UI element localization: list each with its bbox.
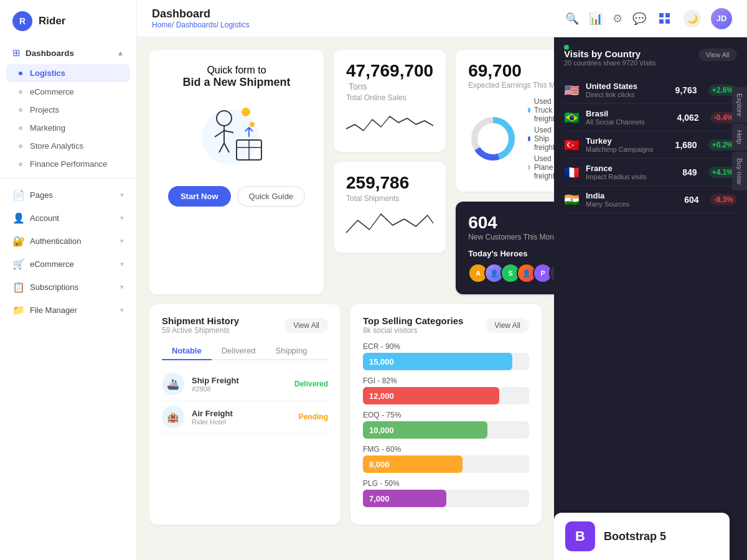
earnings-card: 69,700 Expected Earnings This Month [456,50,554,192]
subscriptions-icon: 📋 [12,281,25,293]
country-item-us: 🇺🇸 United States Direct link clicks 9,76… [564,77,737,104]
shipment-card-header: Shipment History 59 Active Shipments Vie… [162,315,328,335]
in-name: India [586,191,629,200]
ecommerce-nav-label: eCommerce [30,259,74,269]
auth-icon: 🔐 [12,235,25,247]
right-stats-col: 69,700 Expected Earnings This Month [456,50,554,294]
total-sales-unit: Tons [349,82,367,91]
chevron-up-icon: ▲ [117,49,124,57]
tab-delivered[interactable]: Delivered [212,342,266,360]
in-visits: 604 [684,195,698,205]
legend-ship: Used Ship freight 21% [528,126,554,152]
bar-fmg-label: FMG - 60% [363,445,529,454]
chart-icon[interactable]: 📊 [589,12,603,26]
country-view-all-button[interactable]: View All [698,49,737,61]
promo-buttons: Start Now Quick Guide [168,186,305,207]
active-dot [19,72,22,75]
tr-name: Turkey [586,136,653,146]
explore-tab[interactable]: Explore [732,87,747,123]
country-item-tr: 🇹🇷 Turkey Mailchimp Campaigns 1,680 +0.2… [564,131,737,159]
sidebar-item-file-manager[interactable]: 📁 File Manager ▾ [0,299,136,322]
top-selling-card: Top Selling Categories 8k social visitor… [350,304,542,525]
bar-fmg-track: 8,000 [363,455,529,473]
heroes-label: Today's Heroes [468,249,554,258]
header: Dashboard Home/ Dashboards/ Logistics 🔍 … [137,0,747,37]
dark-mode-toggle[interactable]: 🌙 [684,10,701,27]
customers-card: 604 New Customers This Month Today's Her… [456,202,554,294]
shipment-name-2: Air Freight [192,409,233,418]
main-area: Dashboard Home/ Dashboards/ Logistics 🔍 … [137,0,747,560]
chevron-down-icon: ▾ [120,214,124,222]
chevron-down-icon: ▾ [120,237,124,245]
sidebar-item-logistics[interactable]: Logistics [6,64,130,82]
bootstrap-text: Bootstrap 5 [604,530,666,543]
total-sales-label: Total Online Sales [346,93,433,102]
br-source: All Social Channels [586,118,645,126]
app-logo[interactable]: R Rider [0,0,136,42]
shipment-title-group: Shipment History 59 Active Shipments [162,315,239,335]
promo-card: Quick form to Bid a New Shipment [149,50,324,294]
tr-source: Mailchimp Campaigns [586,146,653,153]
bootstrap-icon: B [565,521,595,551]
sidebar-item-pages[interactable]: 📄 Pages ▾ [0,184,136,207]
total-shipments-number: 259,786 [346,173,409,192]
customers-number: 604 [468,213,554,233]
us-name: United States [586,82,637,91]
chevron-down-icon: ▾ [120,306,124,314]
search-icon[interactable]: 🔍 [565,12,579,26]
sidebar-item-finance[interactable]: Finance Performance [0,155,136,173]
settings-icon[interactable]: ⚙ [613,12,622,26]
dashboards-section[interactable]: ⊞ Dashboards ▲ [0,42,136,63]
us-info: United States Direct link clicks [586,82,637,98]
customers-label: New Customers This Month [468,233,554,241]
tab-shipping[interactable]: Shipping [266,342,317,360]
sidebar-item-projects[interactable]: Projects [0,101,136,119]
sidebar-item-subscriptions[interactable]: 📋 Subscriptions ▾ [0,276,136,299]
sidebar-item-account[interactable]: 👤 Account ▾ [0,207,136,230]
file-manager-label: File Manager [30,306,77,315]
breadcrumb-current: Logistics [220,21,250,29]
sidebar-item-marketing[interactable]: Marketing [0,119,136,137]
shipment-title: Shipment History [162,315,239,326]
sidebar-item-ecommerce-nav[interactable]: 🛒 eCommerce ▾ [0,253,136,276]
tr-visits: 1,680 [675,140,697,150]
sidebar-item-ecommerce[interactable]: eCommerce [0,83,136,101]
user-avatar[interactable]: JD [711,8,732,29]
svg-rect-1 [665,13,670,17]
selling-title: Top Selling Categories [363,315,463,326]
total-shipments-card: 259,786 Total Shipments [334,162,446,253]
breadcrumb: Home/ Dashboards/ Logistics [152,21,250,29]
donut-chart [468,114,518,164]
total-shipments-label: Total Shipments [346,194,433,203]
buy-now-tab[interactable]: Buy now [732,152,747,190]
breadcrumb-home[interactable]: Home/ [152,21,174,29]
shipment-info-2: Air Freight Rider Hotel [192,409,233,426]
tab-notable[interactable]: Notable [162,342,212,360]
svg-point-5 [242,108,250,116]
breadcrumb-dashboards[interactable]: Dashboards/ [176,21,218,29]
help-tab[interactable]: Help [732,124,747,151]
sidebar-item-auth[interactable]: 🔐 Authentication ▾ [0,230,136,253]
truck-label: Used Truck freight [534,97,554,123]
chevron-down-icon: ▾ [120,260,124,268]
start-now-button[interactable]: Start Now [168,186,231,207]
bottom-cards-row: Shipment History 59 Active Shipments Vie… [149,304,542,525]
svg-rect-0 [659,13,664,17]
chat-icon[interactable]: 💬 [632,12,646,26]
country-item-br: 🇧🇷 Brasil All Social Channels 4,062 -0.4… [564,104,737,131]
shipment-tabs: Notable Delivered Shipping [162,342,328,360]
content-main: Quick form to Bid a New Shipment [137,37,554,560]
shipment-view-all-button[interactable]: View All [284,318,328,333]
right-panel: Explore Help Buy now Visits by Country 2… [554,37,747,560]
br-info: Brasil All Social Channels [586,109,645,126]
ship-freight-icon: 🚢 [162,373,184,395]
us-source: Direct link clicks [586,91,637,98]
quick-guide-button[interactable]: Quick Guide [237,186,306,207]
grid-icon[interactable] [656,10,674,27]
bar-plg-track: 7,000 [363,490,529,507]
sidebar-item-store-analytics[interactable]: Store Analytics [0,137,136,155]
earnings-number: 69,700 [468,61,554,81]
selling-view-all-button[interactable]: View All [486,318,529,333]
country-title-group: Visits by Country 20 countries share 972… [564,49,655,74]
shipment-name-1: Ship Freight [192,376,239,385]
